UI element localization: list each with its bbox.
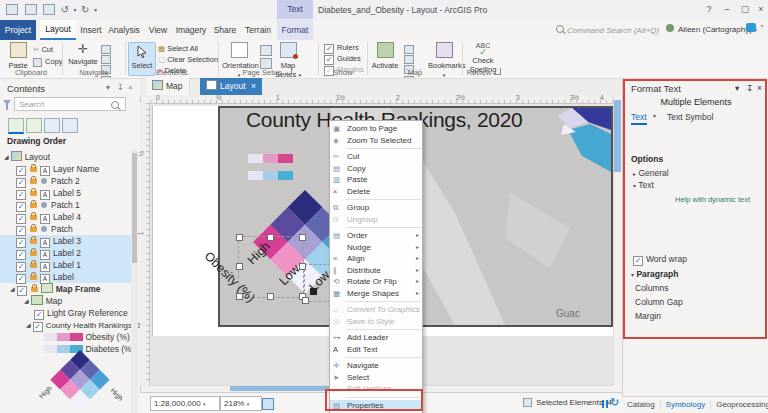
menu-navigate[interactable]: ✛Navigate (330, 360, 422, 372)
menu-select[interactable]: ➤Select (330, 372, 422, 384)
scale-combo[interactable]: 1:28,000,000 ▾ (150, 396, 220, 411)
view-tab-layout[interactable]: Layout × (200, 78, 262, 95)
dock-tab-catalog[interactable]: Catalog (622, 400, 661, 409)
page-guides-icon[interactable] (260, 45, 272, 56)
menu-nudge[interactable]: Nudge▸ (330, 242, 422, 254)
menu-merge-shapes[interactable]: ▦Merge Shapes▸ (330, 288, 422, 300)
review-launcher-icon[interactable] (494, 68, 501, 75)
command-search[interactable]: Command Search (Alt+Q) (556, 25, 659, 35)
menu-group[interactable]: ⧉Group (330, 202, 422, 214)
zoom-combo[interactable]: 218% ▾ (220, 396, 262, 411)
tab-view[interactable]: View (144, 20, 172, 40)
selection-handle[interactable] (236, 293, 243, 300)
tree-item-label-2[interactable]: ✓ALabel 2 (0, 247, 131, 259)
tree-item-layer-name[interactable]: ✓ALayer Name (0, 163, 131, 175)
pin-icon[interactable]: ↧ (117, 83, 124, 92)
list-by-drawing-order-icon[interactable] (8, 118, 24, 134)
filter-icon[interactable] (3, 100, 11, 105)
expander-icon[interactable]: ◢ (10, 286, 15, 292)
list-maps-icon[interactable] (44, 118, 60, 133)
menu-distribute[interactable]: ∥Distribute▸ (330, 265, 422, 277)
menu-edit-text[interactable]: AEdit Text (330, 344, 422, 356)
selection-handle[interactable] (236, 234, 243, 241)
tree-item-light-gray-reference[interactable]: ✓Light Gray Reference (0, 307, 131, 319)
menu-zoom-to-page[interactable]: ▣Zoom to Page (330, 123, 422, 135)
tab-project[interactable]: Project (0, 20, 36, 40)
menu-paste[interactable]: ▥Paste (330, 174, 422, 186)
tab-format[interactable]: Format (277, 20, 313, 40)
navigate-extra-icons[interactable] (99, 44, 121, 70)
page-diabetes-ramp[interactable] (248, 171, 293, 181)
expander-icon[interactable]: ◢ (24, 298, 29, 304)
tree-item-label-4[interactable]: ✓ALabel 4 (0, 211, 131, 223)
close-button[interactable]: × (753, 0, 768, 18)
save-icon[interactable] (6, 4, 18, 15)
page-setup-launcher-icon[interactable] (285, 68, 292, 75)
menu-delete[interactable]: ×Delete (330, 186, 422, 198)
rulers-checkbox[interactable]: ✓Rulers (324, 43, 359, 53)
contents-scrollbar-thumb[interactable] (132, 153, 137, 263)
pause-drawing-icon[interactable] (601, 398, 609, 408)
tab-imagery[interactable]: Imagery (174, 20, 208, 40)
close-tab-icon[interactable]: × (251, 81, 256, 91)
tab-terrain[interactable]: Terrain (242, 20, 274, 40)
tree-item-county-health-rankings[interactable]: ◢✓County Health Rankings, 2020 (0, 319, 131, 331)
page-obesity-ramp[interactable] (248, 154, 293, 164)
expander-icon[interactable]: ◢ (26, 322, 31, 328)
tree-item-patch[interactable]: ✓Patch (0, 223, 131, 235)
tab-insert[interactable]: Insert (78, 20, 104, 40)
menu-align[interactable]: ≡Align▸ (330, 253, 422, 265)
tree-item-layout[interactable]: ◢Layout (0, 151, 131, 163)
tree-item-map[interactable]: ◢Map (0, 295, 131, 307)
project-icon[interactable] (43, 4, 55, 15)
pane-menu-icon[interactable]: ▾ (106, 83, 110, 92)
tree-item-patch-1[interactable]: ✓Patch 1 (0, 199, 131, 211)
refresh-icon[interactable]: ↻ (610, 396, 619, 409)
select-all-button[interactable]: ▦ Select All (158, 44, 198, 54)
dock-tab-geoprocessing[interactable]: Geoprocessing (711, 400, 768, 409)
help-button[interactable]: ? (701, 0, 717, 18)
selection-anchor[interactable] (310, 288, 317, 295)
copy-button[interactable]: Copy (33, 57, 63, 67)
tree-item-label-3[interactable]: ✓ALabel 3 (0, 235, 131, 247)
open-project-icon[interactable] (25, 4, 37, 15)
tab-analysis[interactable]: Analysis (106, 20, 142, 40)
minimize-button[interactable]: – (719, 0, 735, 18)
tab-share[interactable]: Share (210, 20, 240, 40)
menu-order[interactable]: ▤Order▸ (330, 230, 422, 242)
selection-handle[interactable] (267, 293, 274, 300)
selection-handle[interactable] (267, 234, 274, 241)
selection-handle[interactable] (236, 263, 243, 270)
list-map-frames-icon[interactable] (62, 118, 78, 133)
collapse-ribbon-icon[interactable]: ⌃ (759, 24, 765, 32)
tree-item-label-5[interactable]: ✓ALabel 5 (0, 187, 131, 199)
undo-icon[interactable]: ↺ (61, 4, 69, 15)
qat-customize-icon[interactable]: ▾ (94, 7, 97, 13)
menu-copy[interactable]: ▤Copy (330, 163, 422, 175)
menu-cut[interactable]: ✂Cut (330, 151, 422, 163)
vertical-scrollbar-thumb[interactable] (614, 100, 621, 172)
selection-handle[interactable] (299, 263, 306, 270)
expander-icon[interactable]: ◢ (4, 154, 9, 160)
list-by-element-type-icon[interactable] (26, 118, 42, 133)
guides-checkbox[interactable]: ✓Guides (324, 54, 361, 64)
close-pane-icon[interactable]: × (128, 83, 133, 92)
view-tab-map[interactable]: Map (146, 78, 190, 95)
cut-button[interactable]: ✂ Cut (33, 45, 53, 55)
redo-icon[interactable]: ↻ (81, 4, 89, 15)
menu-zoom-to-selected[interactable]: ◈Zoom To Selected (330, 135, 422, 147)
tree-item-patch-2[interactable]: ✓Patch 2 (0, 175, 131, 187)
maximize-button[interactable]: ▢ (737, 0, 753, 18)
tree-item-label[interactable]: ✓ALabel (0, 271, 131, 283)
notifications-icon[interactable] (746, 23, 756, 32)
clear-selection-button[interactable]: ▢ Clear Selection (158, 55, 218, 65)
snap-grid-icon[interactable] (262, 398, 274, 410)
contents-search-input[interactable]: Search (14, 97, 126, 111)
selection-handle[interactable] (299, 234, 306, 241)
tree-item-label-1[interactable]: ✓ALabel 1 (0, 259, 131, 271)
menu-add-leader[interactable]: ⊶Add Leader (330, 332, 422, 344)
dock-tab-symbology[interactable]: Symbology (661, 400, 712, 409)
tab-layout[interactable]: Layout (40, 20, 76, 40)
menu-rotate-or-flip[interactable]: ⟲Rotate Or Flip▸ (330, 276, 422, 288)
undo-dropdown-icon[interactable]: ▾ (73, 7, 76, 13)
